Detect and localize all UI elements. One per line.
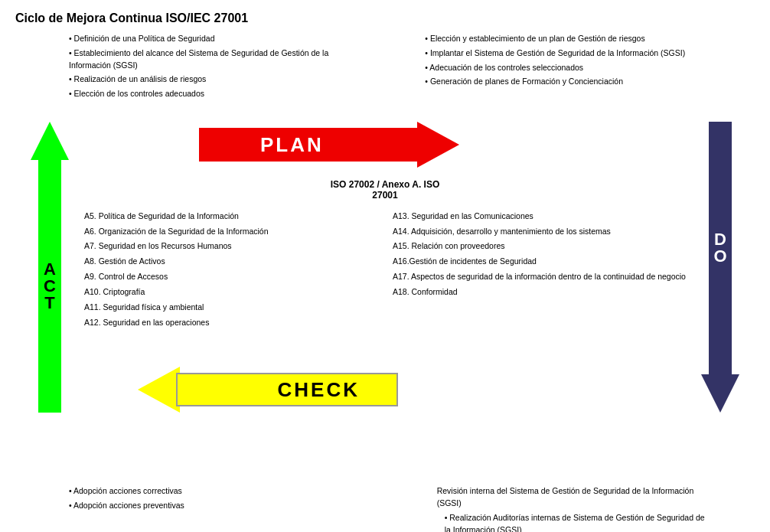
act-arrow-body: A C T (38, 160, 61, 413)
act-arrowhead (31, 122, 69, 160)
bottom-right-text: Revisión interna del Sistema de Gestión … (437, 485, 709, 532)
top-left-item-4: Elección de los controles adecuados (69, 88, 353, 100)
bottom-left-item-1: Adopción acciones correctivas (69, 485, 333, 498)
right-column: A13. Seguridad en las Comunicaciones A14… (393, 210, 686, 331)
plan-arrowhead (417, 122, 459, 168)
plan-label: PLAN (260, 132, 324, 156)
do-arrow: D O (701, 122, 739, 413)
plan-arrow: PLAN (199, 122, 459, 168)
top-right-item-2: Implantar el Sistema de Gestión de Segur… (425, 47, 709, 60)
left-column: A5. Política de Seguridad de la Informac… (84, 210, 377, 331)
do-arrow-body: D O (709, 122, 732, 374)
bottom-section: Adopción acciones correctivas Adopción a… (15, 485, 755, 532)
col-left-item-0: A5. Política de Seguridad de la Informac… (84, 210, 377, 224)
page-title: Ciclo de Mejora Continua ISO/IEC 27001 (15, 11, 755, 25)
col-right-item-3: A16.Gestión de incidentes de Seguridad (393, 255, 686, 269)
bottom-right-intro: Revisión interna del Sistema de Gestión … (437, 485, 709, 510)
top-right-item-3: Adecuación de los controles seleccionado… (425, 62, 709, 74)
col-right-item-5: A18. Conformidad (393, 286, 686, 299)
col-right-item-4: A17. Aspectos de seguridad de la informa… (393, 270, 686, 284)
top-right-item-1: Elección y establecimiento de un plan de… (425, 33, 709, 45)
top-right-list: Elección y establecimiento de un plan de… (417, 33, 709, 88)
diagram-area: A C T PLAN D O (15, 106, 755, 481)
do-label: D O (713, 122, 726, 374)
col-left-item-3: A8. Gestión de Activos (84, 255, 377, 269)
bottom-left-list: Adopción acciones correctivas Adopción a… (61, 485, 333, 512)
col-left-item-1: A6. Organización de la Seguridad de la I… (84, 225, 377, 239)
bottom-left-item-2: Adopción acciones preventivas (69, 500, 333, 512)
check-arrow-shape: CHECK (138, 367, 398, 413)
bottom-left-text: Adopción acciones correctivas Adopción a… (61, 485, 333, 532)
col-right-item-2: A15. Relación con proveedores (393, 240, 686, 253)
col-left-item-2: A7. Seguridad en los Recursos Humanos (84, 240, 377, 253)
check-arrow: CHECK (138, 367, 398, 413)
col-left-item-6: A11. Seguridad física y ambiental (84, 301, 377, 315)
top-left-text: Definición de una Política de Seguridad … (61, 33, 353, 103)
top-right-item-4: Generación de planes de Formación y Conc… (425, 76, 709, 88)
col-right-item-1: A14. Adquisición, desarrollo y mantenimi… (393, 225, 686, 239)
col-left-item-4: A9. Control de Accesos (84, 270, 377, 284)
check-arrowhead (138, 367, 180, 413)
top-section: Definición de una Política de Seguridad … (15, 33, 755, 103)
check-label: CHECK (278, 377, 360, 401)
top-left-item-1: Definición de una Política de Seguridad (69, 33, 353, 45)
bottom-right-item-1: Realización Auditorías internas de Siste… (445, 512, 709, 532)
act-arrow: A C T (31, 122, 69, 413)
plan-arrow-shape: PLAN (199, 122, 459, 168)
top-left-item-2: Establecimiento del alcance del Sistema … (69, 47, 353, 72)
center-columns: A5. Política de Seguridad de la Informac… (84, 210, 686, 331)
top-left-list: Definición de una Política de Seguridad … (61, 33, 353, 100)
top-left-item-3: Realización de un análisis de riesgos (69, 73, 353, 86)
page-container: Ciclo de Mejora Continua ISO/IEC 27001 D… (0, 0, 770, 532)
col-right-item-0: A13. Seguridad en las Comunicaciones (393, 210, 686, 224)
act-label: A C T (44, 160, 56, 413)
iso-title: ISO 27002 / Anexo A. ISO 27001 (84, 179, 686, 201)
bottom-right-list: Realización Auditorías internas de Siste… (437, 512, 709, 532)
col-left-item-7: A12. Seguridad en las operaciones (84, 316, 377, 330)
col-left-item-5: A10. Criptografía (84, 286, 377, 299)
top-right-text: Elección y establecimiento de un plan de… (417, 33, 709, 103)
do-arrowhead (701, 374, 739, 413)
